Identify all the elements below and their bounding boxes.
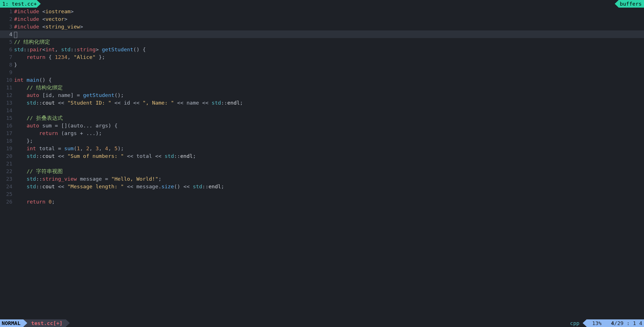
code-content: // 字符串视图 bbox=[14, 167, 644, 175]
token: 4 bbox=[105, 145, 108, 151]
code-line[interactable]: 12 auto [id, name] = getStudent(); bbox=[0, 91, 644, 99]
buffers-indicator[interactable]: buffers bbox=[615, 0, 644, 8]
token: :: bbox=[71, 47, 77, 52]
token: // 结构化绑定 bbox=[27, 85, 63, 90]
code-line[interactable]: 25 bbox=[0, 190, 644, 198]
token: ", Name: " bbox=[143, 100, 174, 106]
token bbox=[14, 85, 27, 90]
token: endl bbox=[180, 153, 193, 159]
token: }; bbox=[14, 138, 33, 144]
token: ; bbox=[221, 184, 224, 189]
code-line[interactable]: 8} bbox=[0, 61, 644, 69]
code-line[interactable]: 9 bbox=[0, 69, 644, 76]
code-content bbox=[14, 107, 644, 114]
status-spacer bbox=[66, 319, 563, 327]
code-line[interactable]: 17 return (args + ...); bbox=[0, 129, 644, 137]
code-line[interactable]: 2#include <vector> bbox=[0, 15, 644, 23]
token: 1 bbox=[77, 145, 80, 151]
col-info: 1 4 bbox=[633, 319, 642, 327]
code-line[interactable]: 18 }; bbox=[0, 137, 644, 145]
code-line[interactable]: 19 int total = sum(1, 2, 3, 4, 5); bbox=[0, 145, 644, 152]
line-number: 21 bbox=[0, 160, 14, 167]
code-line[interactable]: 13 std::cout << "Student ID: " << id << … bbox=[0, 99, 644, 107]
line-number: 1 bbox=[0, 8, 14, 15]
code-content: return (args + ...); bbox=[14, 129, 644, 137]
line-number: 10 bbox=[0, 76, 14, 84]
code-line[interactable]: 11 // 结构化绑定 bbox=[0, 84, 644, 91]
token: ; bbox=[158, 176, 161, 182]
token: int bbox=[45, 47, 55, 52]
token: endl bbox=[227, 100, 240, 106]
token: < bbox=[42, 47, 45, 52]
code-content: int total = sum(1, 2, 3, 4, 5); bbox=[14, 145, 644, 152]
token: << id << bbox=[111, 100, 142, 106]
line-number: 9 bbox=[0, 69, 14, 76]
code-line[interactable]: 5// 结构化绑定 bbox=[0, 38, 644, 46]
token bbox=[14, 199, 27, 205]
code-line[interactable]: 4 bbox=[0, 30, 644, 38]
token: // 折叠表达式 bbox=[27, 115, 63, 121]
code-line[interactable]: 10int main() { bbox=[0, 76, 644, 84]
pos-colon: : bbox=[623, 319, 633, 327]
token bbox=[14, 54, 27, 60]
code-line[interactable]: 16 auto sum = [](auto... args) { bbox=[0, 122, 644, 129]
token: ; bbox=[193, 153, 196, 159]
token: } bbox=[14, 62, 17, 68]
token bbox=[14, 184, 27, 189]
token: int bbox=[14, 77, 23, 83]
token: cout bbox=[42, 184, 55, 189]
token: getStudent bbox=[83, 92, 114, 98]
code-line[interactable]: 23 std::string_view message = "Hello, Wo… bbox=[0, 175, 644, 183]
token: message = bbox=[77, 176, 111, 182]
token: cout bbox=[42, 153, 55, 159]
line-total: 29 bbox=[617, 319, 623, 327]
token: "Hello, World!" bbox=[111, 176, 158, 182]
token: std bbox=[165, 153, 174, 159]
token: :: bbox=[36, 153, 42, 159]
status-position: 13% 4 / 29 : 1 4 bbox=[587, 319, 644, 327]
line-current: 4 bbox=[611, 319, 614, 327]
line-number: 5 bbox=[0, 38, 14, 46]
tab-bar: 1: test.cc+ buffers bbox=[0, 0, 644, 8]
token bbox=[14, 130, 39, 136]
code-line[interactable]: 3#include <string_view> bbox=[0, 23, 644, 30]
code-editor[interactable]: 1#include <iostream>2#include <vector>3#… bbox=[0, 8, 644, 319]
line-number: 6 bbox=[0, 46, 14, 53]
percent-text: 13% bbox=[592, 319, 601, 327]
token bbox=[14, 145, 27, 151]
code-line[interactable]: 15 // 折叠表达式 bbox=[0, 114, 644, 122]
line-number: 16 bbox=[0, 122, 14, 129]
cursor-icon bbox=[14, 32, 17, 38]
token: [id, name] = bbox=[39, 92, 83, 98]
buffer-tab[interactable]: 1: test.cc+ bbox=[0, 0, 41, 8]
token: 3 bbox=[96, 145, 99, 151]
token: 1234 bbox=[55, 54, 68, 60]
code-content: } bbox=[14, 61, 644, 69]
code-line[interactable]: 21 bbox=[0, 160, 644, 167]
code-line[interactable]: 14 bbox=[0, 107, 644, 114]
token: > bbox=[64, 16, 67, 22]
code-content: return 0; bbox=[14, 198, 644, 206]
code-line[interactable]: 24 std::cout << "Message length: " << me… bbox=[0, 183, 644, 190]
code-content: std::string_view message = "Hello, World… bbox=[14, 175, 644, 183]
token: 0 bbox=[49, 199, 52, 205]
token: iostream bbox=[45, 8, 70, 14]
code-line[interactable]: 20 std::cout << "Sum of numbers: " << to… bbox=[0, 152, 644, 160]
code-line[interactable]: 7 return { 1234, "Alice" }; bbox=[0, 53, 644, 61]
code-content bbox=[14, 30, 644, 38]
code-line[interactable]: 22 // 字符串视图 bbox=[0, 167, 644, 175]
token: auto bbox=[27, 123, 39, 129]
line-number: 17 bbox=[0, 129, 14, 137]
token: cout bbox=[42, 100, 55, 106]
code-line[interactable]: 26 return 0; bbox=[0, 198, 644, 206]
token: vector bbox=[45, 16, 64, 22]
filename-text: test.cc[+] bbox=[31, 319, 62, 327]
token: "Alice" bbox=[74, 54, 96, 60]
token: ( bbox=[74, 145, 77, 151]
token: < bbox=[42, 24, 45, 30]
code-line[interactable]: 1#include <iostream> bbox=[0, 8, 644, 15]
code-line[interactable]: 6std::pair<int, std::string> getStudent(… bbox=[0, 46, 644, 53]
line-number: 15 bbox=[0, 114, 14, 122]
token: () { bbox=[39, 77, 52, 83]
token: > bbox=[80, 24, 83, 30]
